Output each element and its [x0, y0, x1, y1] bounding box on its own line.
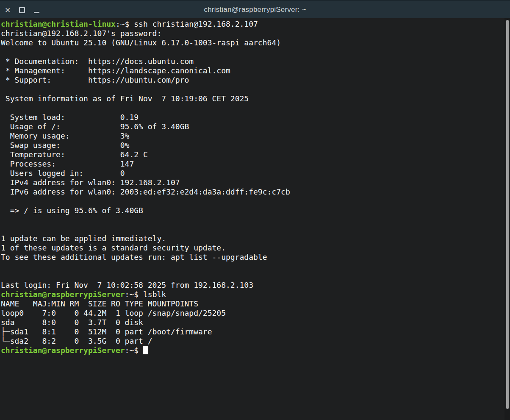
block-cursor — [143, 346, 148, 354]
terminal-text: Swap usage: 0% — [1, 141, 129, 150]
terminal-text: Users logged in: 0 — [1, 169, 125, 178]
terminal-text: IPv4 address for wlan0: 192.168.2.107 — [1, 178, 180, 187]
terminal-text: Memory usage: 3% — [1, 131, 129, 140]
terminal-text: :~$ ssh christian@192.168.2.107 — [116, 19, 258, 28]
terminal-line: Memory usage: 3% — [1, 131, 510, 141]
terminal-text: Temperature: 64.2 C — [1, 150, 148, 159]
terminal-line: christian@192.168.2.107's password: — [1, 29, 510, 38]
terminal-line: sda 8:0 0 3.7T 0 disk — [1, 318, 510, 327]
terminal-line: loop0 7:0 0 44.2M 1 loop /snap/snapd/252… — [1, 309, 510, 318]
terminal-line: To see these additional updates run: apt… — [1, 253, 510, 262]
terminal-line — [1, 197, 510, 206]
terminal-text: System information as of Fri Nov 7 10:19… — [1, 94, 249, 103]
terminal-line: Welcome to Ubuntu 25.10 (GNU/Linux 6.17.… — [1, 38, 510, 47]
terminal-line — [1, 103, 510, 113]
terminal-text: * Support: https://ubuntu.com/pro — [1, 75, 189, 84]
terminal-window: { "window": { "title": "christian@raspbe… — [0, 0, 510, 420]
terminal-line — [1, 262, 510, 271]
prompt-text: christian@raspberrypiServer — [1, 346, 125, 355]
terminal-line: └─sda2 8:2 0 3.5G 0 part / — [1, 337, 510, 346]
terminal-text: ├─sda1 8:1 0 512M 0 part /boot/firmware — [1, 327, 212, 336]
prompt-text: christian@raspberrypiServer — [1, 290, 125, 299]
terminal-line: * Management: https://landscape.canonica… — [1, 66, 510, 75]
terminal-text: christian@192.168.2.107's password: — [1, 29, 166, 38]
terminal-line: => / is using 95.6% of 3.40GB — [1, 206, 510, 215]
titlebar[interactable]: ✕ christian@raspberrypiServer: ~ — [0, 0, 510, 18]
terminal-line: IPv4 address for wlan0: 192.168.2.107 — [1, 178, 510, 187]
terminal-line — [1, 85, 510, 94]
terminal-text: 1 update can be applied immediately. — [1, 234, 166, 243]
terminal-line: NAME MAJ:MIN RM SIZE RO TYPE MOUNTPOINTS — [1, 299, 510, 309]
terminal-line: christian@christian-linux:~$ ssh christi… — [1, 19, 510, 29]
terminal-text: System load: 0.19 — [1, 113, 139, 122]
terminal-line: Last login: Fri Nov 7 10:02:58 2025 from… — [1, 281, 510, 290]
terminal-line: * Documentation: https://docs.ubuntu.com — [1, 57, 510, 66]
scrollbar[interactable] — [504, 18, 510, 420]
terminal-line — [1, 215, 510, 225]
terminal-line: christian@raspberrypiServer:~$ — [1, 346, 510, 355]
terminal-line: ├─sda1 8:1 0 512M 0 part /boot/firmware — [1, 327, 510, 337]
terminal-line — [1, 225, 510, 234]
terminal-line: IPv6 address for wlan0: 2003:ed:ef32:e2d… — [1, 187, 510, 197]
terminal-text: Welcome to Ubuntu 25.10 (GNU/Linux 6.17.… — [1, 38, 281, 47]
terminal-line: * Support: https://ubuntu.com/pro — [1, 75, 510, 85]
terminal-text: NAME MAJ:MIN RM SIZE RO TYPE MOUNTPOINTS — [1, 299, 198, 308]
terminal-text: :~$ lsblk — [125, 290, 166, 299]
terminal-text: :~$ — [125, 346, 143, 355]
terminal-text: Usage of /: 95.6% of 3.40GB — [1, 122, 189, 131]
prompt-text: christian@christian-linux — [1, 19, 116, 28]
terminal-line: Processes: 147 — [1, 159, 510, 169]
terminal-line: Usage of /: 95.6% of 3.40GB — [1, 122, 510, 131]
terminal-text: To see these additional updates run: apt… — [1, 253, 267, 261]
window-title: christian@raspberrypiServer: ~ — [0, 1, 510, 18]
terminal-line — [1, 271, 510, 281]
terminal-text: * Documentation: https://docs.ubuntu.com — [1, 57, 194, 66]
terminal-text: └─sda2 8:2 0 3.5G 0 part / — [1, 337, 152, 345]
terminal-text: Last login: Fri Nov 7 10:02:58 2025 from… — [1, 281, 253, 289]
terminal-line: Temperature: 64.2 C — [1, 150, 510, 159]
terminal-text: Processes: 147 — [1, 159, 134, 168]
terminal-line: 1 update can be applied immediately. — [1, 234, 510, 243]
terminal-text: => / is using 95.6% of 3.40GB — [1, 206, 143, 215]
terminal-line: System information as of Fri Nov 7 10:19… — [1, 94, 510, 103]
terminal-line: 1 of these updates is a standard securit… — [1, 243, 510, 253]
terminal-body[interactable]: christian@christian-linux:~$ ssh christi… — [0, 18, 510, 420]
scrollbar-thumb[interactable] — [506, 20, 509, 409]
terminal-text: sda 8:0 0 3.7T 0 disk — [1, 318, 148, 327]
terminal-text: * Management: https://landscape.canonica… — [1, 66, 230, 75]
terminal-line: christian@raspberrypiServer:~$ lsblk — [1, 290, 510, 299]
terminal-text: loop0 7:0 0 44.2M 1 loop /snap/snapd/252… — [1, 309, 226, 317]
terminal-line: Swap usage: 0% — [1, 141, 510, 150]
terminal-text: 1 of these updates is a standard securit… — [1, 243, 226, 252]
terminal-line: Users logged in: 0 — [1, 169, 510, 178]
terminal-line — [1, 47, 510, 57]
terminal-line: System load: 0.19 — [1, 113, 510, 122]
terminal-text: IPv6 address for wlan0: 2003:ed:ef32:e2d… — [1, 187, 290, 196]
